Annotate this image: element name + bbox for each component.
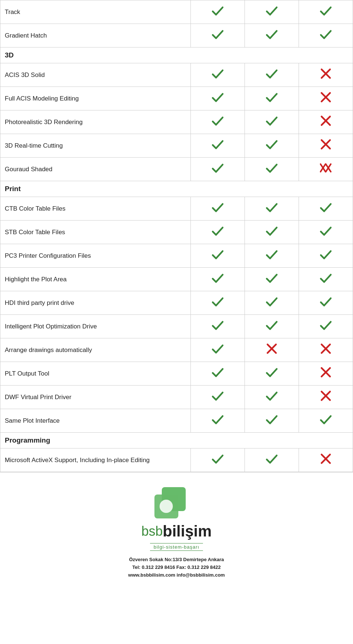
check-cell-col3 [299, 63, 353, 87]
check-cell-col1 [191, 315, 245, 338]
table-row: DWF Virtual Print Driver [0, 386, 353, 409]
table-row: Track [0, 0, 353, 24]
check-cell-col2 [245, 291, 299, 315]
check-cell-col2 [245, 158, 299, 181]
check-cell-col1 [191, 24, 245, 47]
check-cell-col1 [191, 0, 245, 24]
check-cell-col2 [245, 386, 299, 409]
table-row: PC3 Printer Configuration Files [0, 244, 353, 268]
bsb-text: bsb [141, 524, 163, 539]
check-cell-col3 [299, 87, 353, 110]
feature-name: Intelligent Plot Optimization Drive [0, 315, 191, 338]
check-cell-col2 [245, 448, 299, 472]
check-cell-col3 [299, 315, 353, 338]
address-line2: Tel: 0.312 229 8416 Fax: 0.312 229 8422 [128, 564, 225, 571]
table-row: STB Color Table Files [0, 221, 353, 244]
logo-text-group: bsb bilişim [141, 522, 211, 540]
check-cell-col1 [191, 63, 245, 87]
check-cell-col1 [191, 386, 245, 409]
check-cell-col2 [245, 409, 299, 433]
table-row: Highlight the Plot Area [0, 268, 353, 291]
table-row: HDI third party print drive [0, 291, 353, 315]
check-cell-col1 [191, 197, 245, 221]
table-row: PLT Output Tool [0, 362, 353, 386]
check-cell-col2 [245, 63, 299, 87]
check-cell-col1 [191, 158, 245, 181]
feature-name: Photorealistic 3D Rendering [0, 110, 191, 134]
check-cell-col3 [299, 409, 353, 433]
tagline: bilgi-sistem-başarı [150, 543, 203, 551]
check-cell-col1 [191, 221, 245, 244]
check-cell-col2 [245, 244, 299, 268]
check-cell-col2 [245, 268, 299, 291]
check-cell-col3 [299, 268, 353, 291]
check-cell-col3 [299, 221, 353, 244]
table-row: Intelligent Plot Optimization Drive [0, 315, 353, 338]
check-cell-col2 [245, 110, 299, 134]
footer: bsb bilişim bilgi-sistem-başarı Özveren … [0, 472, 353, 586]
logo-container: bsb bilişim bilgi-sistem-başarı Özveren … [0, 483, 353, 579]
check-cell-col1 [191, 134, 245, 158]
table-row: Same Plot Interface [0, 409, 353, 433]
check-cell-col1 [191, 338, 245, 362]
feature-name: Gouraud Shaded [0, 158, 191, 181]
feature-name: Gradient Hatch [0, 24, 191, 47]
check-cell-col3 [299, 386, 353, 409]
address-line3: www.bsbbilisim.com info@bsbbilisim.com [128, 571, 225, 579]
feature-name: ACIS 3D Solid [0, 63, 191, 87]
table-row: Gradient Hatch [0, 24, 353, 47]
section-header-3d: 3D [0, 47, 353, 63]
check-cell-col3 [299, 134, 353, 158]
feature-name: Full ACIS Modeling Editing [0, 87, 191, 110]
check-cell-col2 [245, 134, 299, 158]
check-cell-col1 [191, 448, 245, 472]
check-cell-col2 [245, 197, 299, 221]
check-cell-col1 [191, 409, 245, 433]
check-cell-col3 [299, 110, 353, 134]
table-row: Photorealistic 3D Rendering [0, 110, 353, 134]
logo-graphic [151, 483, 202, 520]
check-cell-col3 [299, 448, 353, 472]
check-cell-col1 [191, 244, 245, 268]
section-header-programming: Programming [0, 433, 353, 448]
footer-address: Özveren Sokak No:13/3 Demirtepe Ankara T… [128, 556, 225, 579]
check-cell-col3 [299, 197, 353, 221]
check-cell-col1 [191, 87, 245, 110]
table-row: Gouraud Shaded [0, 158, 353, 181]
comparison-table: Track Gradient Hatch 3DACIS 3D Solid Ful… [0, 0, 353, 472]
address-line1: Özveren Sokak No:13/3 Demirtepe Ankara [128, 556, 225, 564]
check-cell-col1 [191, 268, 245, 291]
section-header-print: Print [0, 181, 353, 197]
check-cell-col2 [245, 87, 299, 110]
feature-name: Same Plot Interface [0, 409, 191, 433]
feature-name: CTB Color Table Files [0, 197, 191, 221]
table-row: 3D Real-time Cutting [0, 134, 353, 158]
feature-name: PC3 Printer Configuration Files [0, 244, 191, 268]
check-cell-col3 [299, 24, 353, 47]
check-cell-col3 [299, 158, 353, 181]
check-cell-col1 [191, 291, 245, 315]
feature-name: Arrange drawings automatically [0, 338, 191, 362]
check-cell-col2 [245, 24, 299, 47]
check-cell-col1 [191, 110, 245, 134]
check-cell-col2 [245, 0, 299, 24]
check-cell-col3 [299, 338, 353, 362]
feature-name: PLT Output Tool [0, 362, 191, 386]
feature-name: HDI third party print drive [0, 291, 191, 315]
check-cell-col2 [245, 362, 299, 386]
bilisim-text: bilişim [163, 522, 212, 540]
feature-name: STB Color Table Files [0, 221, 191, 244]
table-row: CTB Color Table Files [0, 197, 353, 221]
check-cell-col2 [245, 221, 299, 244]
check-cell-col2 [245, 338, 299, 362]
table-row: Arrange drawings automatically [0, 338, 353, 362]
feature-name: DWF Virtual Print Driver [0, 386, 191, 409]
feature-name: Track [0, 0, 191, 24]
check-cell-col3 [299, 291, 353, 315]
feature-name: Microsoft ActiveX Support, Including In-… [0, 448, 191, 472]
table-row: Full ACIS Modeling Editing [0, 87, 353, 110]
svg-point-24 [160, 500, 173, 513]
feature-name: 3D Real-time Cutting [0, 134, 191, 158]
check-cell-col3 [299, 362, 353, 386]
check-cell-col3 [299, 0, 353, 24]
